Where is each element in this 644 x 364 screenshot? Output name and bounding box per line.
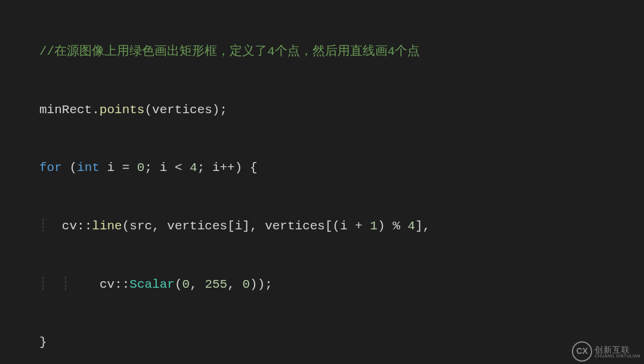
watermark-text-en: CHUANG XINTULIAN (595, 354, 640, 358)
watermark-logo: CX (572, 341, 592, 362)
code-line: } (0, 333, 644, 353)
indent-guide: ┊ ┊ (39, 275, 85, 295)
code-line: //在源图像上用绿色画出矩形框，定义了4个点，然后用直线画4个点 (0, 42, 644, 62)
watermark: CX 创新互联 CHUANG XINTULIAN (572, 341, 640, 362)
code-line: ┊ cv::line(src, vertices[i], vertices[(i… (0, 217, 644, 237)
code-editor[interactable]: //在源图像上用绿色画出矩形框，定义了4个点，然后用直线画4个点 minRect… (0, 0, 644, 364)
watermark-text-cn: 创新互联 (595, 346, 640, 354)
indent-guide: ┊ (39, 217, 62, 237)
comment-text: //在源图像上用绿色画出矩形框，定义了4个点，然后用直线画4个点 (39, 45, 420, 58)
code-line: minRect.points(vertices); (0, 101, 644, 120)
code-line: for (int i = 0; i < 4; i++) { (0, 158, 644, 178)
code-line: ┊ ┊ cv::Scalar(0, 255, 0)); (0, 275, 644, 295)
